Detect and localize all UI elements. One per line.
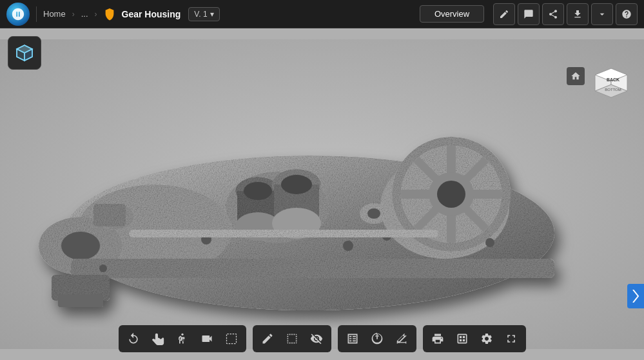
markup-tool-group: [253, 325, 331, 352]
camera-tool-button[interactable]: [196, 328, 218, 350]
properties-button[interactable]: [366, 328, 388, 350]
topbar: Home › ... › Gear Housing V. 1 ▾ Overvie…: [0, 0, 644, 28]
page-title: Gear Housing: [122, 9, 181, 19]
overview-button[interactable]: Overview: [420, 5, 484, 23]
svg-rect-24: [71, 259, 554, 278]
download-button[interactable]: [567, 3, 589, 25]
svg-point-48: [181, 334, 183, 335]
edit-button[interactable]: [493, 3, 515, 25]
pan-tool-button[interactable]: [147, 328, 169, 350]
measure-button[interactable]: [391, 328, 413, 350]
hide-tool-button[interactable]: [306, 328, 327, 350]
more-button[interactable]: [591, 3, 613, 25]
breadcrumb-arrow-2: ›: [95, 10, 97, 19]
svg-point-12: [244, 182, 272, 200]
rotate-tool-button[interactable]: [122, 328, 144, 350]
comment-button[interactable]: [518, 3, 540, 25]
view-tool-group: [423, 325, 526, 352]
svg-rect-55: [459, 339, 461, 341]
version-button[interactable]: V. 1 ▾: [188, 7, 219, 21]
svg-rect-49: [226, 334, 236, 344]
svg-point-33: [485, 238, 494, 247]
svg-point-36: [367, 208, 380, 219]
svg-point-20: [437, 181, 465, 208]
model-canvas: [0, 28, 644, 360]
right-toolbar: [493, 3, 638, 25]
view-button[interactable]: [451, 328, 473, 350]
breadcrumb-ellipsis[interactable]: ...: [81, 9, 88, 19]
expand-panel-button[interactable]: [627, 284, 644, 308]
selection-tool-button[interactable]: [220, 328, 242, 350]
app-logo[interactable]: [6, 3, 30, 26]
orientation-cube[interactable]: BACK BOTTOM: [589, 62, 634, 107]
svg-text:BACK: BACK: [607, 77, 620, 82]
home-button[interactable]: [567, 67, 585, 85]
svg-rect-29: [58, 294, 103, 307]
section-tool-button[interactable]: [281, 328, 303, 350]
nav-separator: [36, 6, 37, 22]
print-button[interactable]: [427, 328, 449, 350]
navigation-tool-group: [119, 325, 246, 352]
fullscreen-button[interactable]: [500, 328, 522, 350]
model-tool-group: [338, 325, 416, 352]
share-button[interactable]: [542, 3, 564, 25]
svg-point-34: [99, 265, 107, 272]
help-button[interactable]: [616, 3, 638, 25]
settings-button[interactable]: [476, 328, 498, 350]
shield-icon: [104, 8, 115, 21]
walk-tool-button[interactable]: [171, 328, 193, 350]
svg-rect-54: [462, 336, 464, 338]
svg-rect-37: [129, 230, 438, 237]
svg-point-13: [281, 175, 312, 194]
svg-rect-27: [93, 204, 126, 226]
viewport[interactable]: BACK BOTTOM: [0, 28, 644, 360]
svg-rect-53: [459, 336, 461, 338]
markup-tool-button[interactable]: [257, 328, 278, 350]
svg-rect-56: [462, 339, 464, 341]
svg-point-31: [343, 241, 353, 251]
svg-point-23: [61, 232, 100, 260]
bottom-toolbar: [119, 325, 526, 352]
breadcrumb-arrow-1: ›: [72, 10, 75, 19]
svg-text:BOTTOM: BOTTOM: [605, 88, 621, 92]
3d-cube-widget[interactable]: [8, 36, 41, 70]
model-browser-button[interactable]: [342, 328, 364, 350]
breadcrumb-home[interactable]: Home: [43, 9, 66, 19]
